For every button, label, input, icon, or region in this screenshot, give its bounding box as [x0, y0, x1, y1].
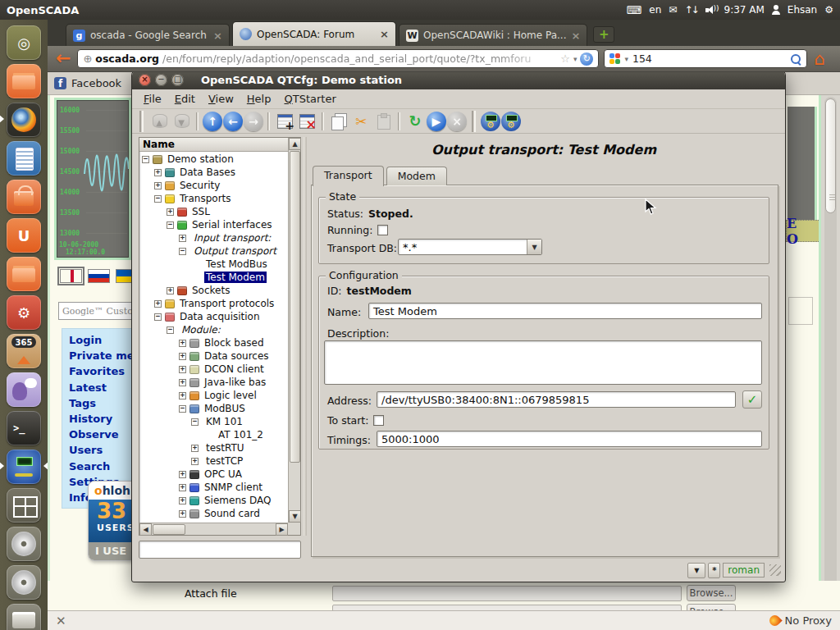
to-start-checkbox[interactable]	[373, 415, 384, 426]
toolbar-separator[interactable]	[322, 112, 324, 130]
usb-drive[interactable]	[7, 604, 41, 630]
address-input[interactable]: /dev/ttyUSB0:38400:8N1::0679859815	[377, 391, 736, 408]
software-center[interactable]	[7, 180, 41, 214]
statusbar-user-field[interactable]: roman	[723, 563, 765, 578]
statusbar-star-button[interactable]: *	[708, 563, 720, 578]
tree-expander[interactable]	[179, 248, 186, 255]
statusbar-close-icon[interactable]: ✕	[56, 614, 66, 628]
tree-item-output-transport[interactable]: Output transport	[139, 244, 288, 258]
up-button[interactable]: ↑	[203, 112, 222, 131]
forum-menu-link[interactable]: Private messages	[69, 348, 131, 363]
tree-expander[interactable]	[179, 405, 186, 413]
scroll-right-icon[interactable]: ▶	[276, 523, 288, 536]
tree-expander[interactable]	[179, 235, 186, 242]
search-engine-dropdown-icon[interactable]: ▾	[624, 55, 628, 63]
session-username[interactable]: Ehsan	[788, 4, 817, 16]
forum-menu-link[interactable]: History	[69, 411, 131, 427]
tree-hscroll-thumb[interactable]	[153, 524, 185, 535]
tree-item-siemens-daq[interactable]: Siemens DAQ	[139, 494, 288, 507]
home-folder[interactable]	[7, 64, 41, 98]
tree-item-security[interactable]: Security	[139, 179, 288, 192]
tab-google-search[interactable]: oscada - Google Search	[66, 24, 230, 46]
timings-input[interactable]: 5000:1000	[377, 431, 762, 447]
start-button[interactable]: ▶	[427, 112, 446, 131]
toolbar-handle[interactable]	[472, 111, 476, 132]
toolbar-separator[interactable]	[196, 112, 199, 130]
flag-en-icon[interactable]	[60, 269, 82, 283]
tree-item-testrtu[interactable]: testRTU	[139, 441, 288, 454]
tree-item-data-acquisition[interactable]: Data acquisition	[139, 310, 288, 323]
libreoffice-writer[interactable]	[7, 141, 41, 176]
forum-menu-link[interactable]: Users	[69, 442, 131, 458]
forum-menu-link[interactable]: Favorites	[69, 363, 131, 379]
name-input[interactable]: Test Modem	[368, 303, 762, 319]
tab-close-icon[interactable]	[571, 30, 580, 42]
tab-modem[interactable]: Modem	[386, 167, 447, 185]
paste-button[interactable]	[372, 111, 394, 132]
attach-file-input[interactable]	[332, 586, 682, 601]
statusbar-dropdown-button[interactable]: ▼	[687, 563, 705, 578]
google-custom-search-input[interactable]: Google™ Custom	[58, 302, 131, 320]
refresh-button[interactable]: ↻	[404, 111, 426, 132]
tree-item-java-like[interactable]: Java-like bas	[139, 376, 288, 389]
tree-item-dcon-client[interactable]: DCON client	[139, 363, 288, 376]
tree-item-data-sources[interactable]: Data sources	[139, 349, 288, 363]
bookmark-facebook[interactable]: Facebook	[71, 77, 121, 89]
tree-expander[interactable]	[179, 510, 186, 518]
cut-button[interactable]: ✂	[350, 111, 372, 132]
update-manager[interactable]: 365	[7, 334, 41, 368]
tree-item-logic-level[interactable]: Logic level	[139, 389, 288, 402]
tree-vertical-scrollbar[interactable]: ▲ ▼	[288, 138, 300, 523]
tree-item-serial-interfaces[interactable]: Serial interfaces	[139, 218, 288, 231]
search-icon[interactable]	[790, 53, 801, 65]
forum-menu-link[interactable]: Latest	[69, 380, 131, 395]
tab-openscada-forum[interactable]: OpenSCADA: Forum	[232, 21, 396, 46]
browse-button[interactable]: Browse...	[687, 585, 736, 601]
tree-expander[interactable]	[154, 300, 162, 308]
tree-expander[interactable]	[179, 471, 186, 478]
tree-header[interactable]: Name	[139, 138, 288, 152]
maximize-button[interactable]: □	[171, 74, 184, 86]
chevron-down-icon[interactable]: ▼	[527, 240, 541, 254]
menu-item[interactable]: Help	[240, 91, 278, 107]
forum-menu-link[interactable]: Tags	[69, 395, 131, 411]
flag-ru-icon[interactable]	[88, 269, 110, 283]
apply-check-button[interactable]: ✓	[742, 390, 762, 409]
tab-transport[interactable]: Transport	[313, 166, 384, 186]
running-checkbox[interactable]	[377, 225, 388, 235]
keyboard-layout-indicator[interactable]: en	[649, 4, 661, 16]
menu-item[interactable]: View	[202, 91, 240, 107]
url-bar[interactable]: ⊕ oscada.org /en/forum/reply/adaption/op…	[77, 49, 599, 68]
tree-item-sockets[interactable]: Sockets	[139, 284, 288, 297]
back-button[interactable]: ←	[56, 48, 71, 68]
openscada-app[interactable]	[7, 450, 41, 484]
add-item-button[interactable]: +	[274, 111, 295, 132]
tree-vscroll-thumb[interactable]	[290, 151, 300, 463]
clock[interactable]: 9:37 AM	[724, 4, 765, 16]
toolbar-separator[interactable]	[267, 112, 270, 130]
load-button[interactable]: ▲	[148, 111, 170, 132]
pidgin[interactable]	[7, 372, 41, 407]
new-tab-button[interactable]: +	[593, 26, 614, 43]
tab-openscada-wiki[interactable]: OpenSCADAWiki : Home Pa...	[399, 24, 587, 46]
tree-item-at-101-2[interactable]: AT 101_2	[139, 428, 288, 441]
tree-expander[interactable]	[154, 182, 162, 189]
minimize-button[interactable]: −	[155, 74, 167, 86]
search-bar[interactable]: ▾ 154	[604, 49, 807, 68]
proxy-status[interactable]: No Proxy	[785, 614, 832, 627]
tree-expander[interactable]	[167, 221, 174, 229]
reload-icon[interactable]: ↻	[580, 52, 593, 66]
firefox[interactable]	[7, 103, 41, 137]
stop-button[interactable]: ×	[447, 112, 467, 131]
menu-item[interactable]: Edit	[168, 91, 202, 107]
tree-expander[interactable]	[179, 340, 186, 347]
volume-icon[interactable]: ))	[705, 5, 717, 15]
back-button[interactable]: ←	[223, 112, 243, 131]
scrollbar-thumb[interactable]	[825, 98, 836, 213]
tree-item-opc-ua[interactable]: OPC UA	[139, 468, 288, 481]
flag-ua-icon[interactable]	[116, 269, 131, 283]
folder-2[interactable]	[7, 257, 41, 291]
tree-item-testtcp[interactable]: testTCP	[139, 454, 288, 468]
tree-expander[interactable]	[179, 484, 186, 491]
tree-item-block-based[interactable]: Block based	[139, 336, 288, 349]
